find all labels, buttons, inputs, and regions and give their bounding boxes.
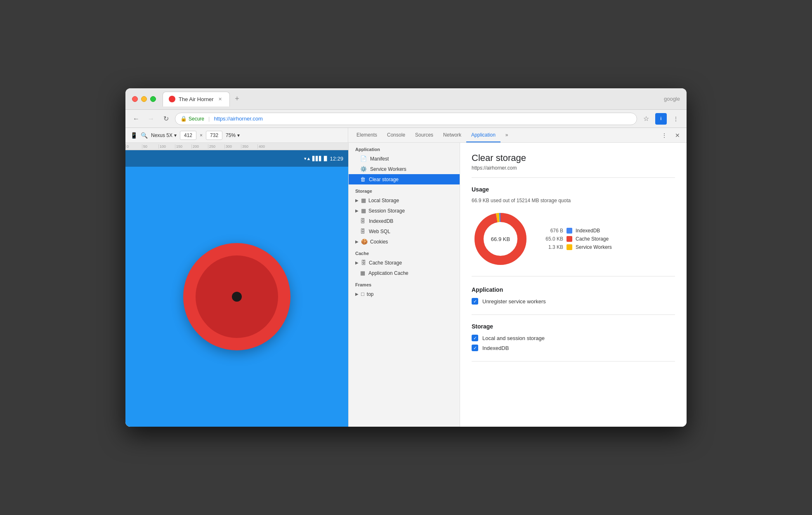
ruler-mark: 300 [224,144,241,149]
sidebar-item-label: Cookies [370,239,388,245]
main-panel: Clear storage https://airhorner.com Usag… [460,143,687,427]
refresh-button[interactable]: ↻ [160,113,172,125]
ruler-mark: 200 [191,144,208,149]
legend-item-cache-storage: 65.0 KB Cache Storage [543,236,612,242]
minimize-button[interactable] [141,96,147,102]
device-toolbar-icon[interactable]: 📱 [130,132,137,139]
usage-chart-area: 66.9 KB 676 B IndexedDB 65.0 KB Cache St… [472,210,675,276]
height-input[interactable] [206,131,222,140]
sidebar-item-top[interactable]: ▶ □ top [349,289,460,299]
sidebar-section-storage: Storage [349,184,460,195]
sidebar-item-label: Manifest [370,156,389,162]
sidebar-item-label: Web SQL [369,229,390,234]
traffic-lights [132,96,156,102]
sidebar-section-frames: Frames [349,278,460,289]
application-cache-icon: ▦ [360,270,365,276]
checkbox-unregister-sw[interactable]: Unregister service workers [472,298,675,305]
lock-icon: 🔒 [180,116,187,122]
sidebar-item-cache-storage[interactable]: ▶ 🗄 Cache Storage [349,258,460,268]
sidebar-item-service-workers[interactable]: ⚙️ Service Workers [349,164,460,174]
sidebar-item-application-cache[interactable]: ▦ Application Cache [349,268,460,278]
main-content: 0 50 100 150 200 250 300 350 400 ▾▲ ▋▋▋ … [125,143,687,427]
tab-favicon [169,96,175,102]
panel-title: Clear storage [472,153,675,163]
devtools-tabs: Elements Console Sources Network Applica… [348,128,659,142]
sidebar-item-clear-storage[interactable]: 🗑 Clear storage [349,174,460,184]
sidebar-item-manifest[interactable]: 📄 Manifest [349,154,460,164]
url-text: https://airhorner.com [214,116,263,122]
sidebar-item-cookies[interactable]: ▶ 🍪 Cookies [349,236,460,247]
storage-section: Storage Local and session storage Indexe… [472,323,675,361]
local-storage-icon: ▦ [361,197,366,203]
device-select[interactable]: Nexus 5X ▾ [151,132,177,138]
back-button[interactable]: ← [130,113,142,125]
ruler-mark: 400 [257,144,274,149]
ruler-mark: 150 [175,144,191,149]
checkbox-unregister-sw-check[interactable] [472,298,478,305]
legend-color-indexeddb [567,228,572,234]
inspect-icon[interactable]: 🔍 [141,132,148,139]
cache-storage-icon: 🗄 [361,260,366,266]
tab-elements[interactable]: Elements [352,128,382,142]
browser-window: The Air Horner ✕ + google ← → ↻ 🔒 Secure… [125,88,687,427]
wifi-icon: ▾▲ [304,156,311,161]
more-menu-button[interactable]: ⋮ [670,113,682,125]
maximize-button[interactable] [150,96,156,102]
session-storage-icon: ▦ [361,208,366,214]
usage-text: 66.9 KB used out of 15214 MB storage quo… [472,198,675,203]
bookmark-button[interactable]: ☆ [640,113,652,125]
secure-text: Secure [189,116,204,122]
browser-tab[interactable]: The Air Horner ✕ [163,92,230,106]
devtools-more-button[interactable]: ⋮ [659,130,670,141]
close-button[interactable] [132,96,138,102]
horizontal-ruler: 0 50 100 150 200 250 300 350 400 [125,143,348,150]
signal-icon: ▋▋▋ [312,156,322,161]
extension-button[interactable]: i [655,113,667,125]
sidebar-section-application: Application [349,143,460,154]
dimension-separator: × [200,132,203,138]
checkbox-indexeddb[interactable]: IndexedDB [472,345,675,351]
sidebar-item-label: Cache Storage [369,260,402,266]
tab-more[interactable]: » [500,128,513,142]
legend-value: 676 B [543,228,563,234]
new-tab-button[interactable]: + [231,93,243,105]
url-bar[interactable]: 🔒 Secure | https://airhorner.com [175,113,637,125]
sidebar-item-session-storage[interactable]: ▶ ▦ Session Storage [349,206,460,216]
sidebar-item-indexeddb[interactable]: 🗄 IndexedDB [349,216,460,226]
width-input[interactable] [180,131,196,140]
sidebar-item-local-storage[interactable]: ▶ ▦ Local Storage [349,195,460,206]
checkbox-label: Unregister service workers [482,298,546,305]
tab-network[interactable]: Network [438,128,466,142]
checkbox-local-session[interactable]: Local and session storage [472,335,675,341]
ruler-mark: 0 [125,144,142,149]
sidebar-item-web-sql[interactable]: 🗄 Web SQL [349,226,460,236]
expand-arrow-icon: ▶ [355,239,359,244]
address-bar: ← → ↻ 🔒 Secure | https://airhorner.com ☆… [125,110,687,128]
tab-application[interactable]: Application [466,128,500,142]
application-section-title: Application [472,286,675,293]
ruler-marks: 0 50 100 150 200 250 300 350 400 [125,144,348,149]
legend-label-indexeddb: IndexedDB [576,228,600,234]
checkbox-indexeddb-check[interactable] [472,345,478,351]
legend-item-indexeddb: 676 B IndexedDB [543,228,612,234]
status-icons: ▾▲ ▋▋▋ ▉ [304,156,328,161]
tab-sources[interactable]: Sources [410,128,438,142]
checkbox-local-session-check[interactable] [472,335,478,341]
donut-center-label: 66.9 KB [491,236,510,242]
web-sql-icon: 🗄 [360,228,366,234]
zoom-select[interactable]: 75% ▾ [226,132,240,138]
status-time: 12:29 [330,156,343,162]
sidebar-item-label: top [367,291,374,297]
panel-url: https://airhorner.com [472,165,675,178]
forward-button[interactable]: → [145,113,157,125]
service-workers-icon: ⚙️ [360,166,367,172]
sidebar-item-label: Clear storage [369,177,399,182]
url-prefix: https:// [214,116,230,122]
horner-content[interactable] [183,167,290,427]
legend-label-service-workers: Service Workers [576,244,612,250]
legend-item-service-workers: 1.3 KB Service Workers [543,244,612,250]
tab-console[interactable]: Console [382,128,410,142]
application-section: Application Unregister service workers [472,286,675,315]
tab-close-button[interactable]: ✕ [217,96,224,102]
devtools-close-button[interactable]: ✕ [672,130,683,141]
